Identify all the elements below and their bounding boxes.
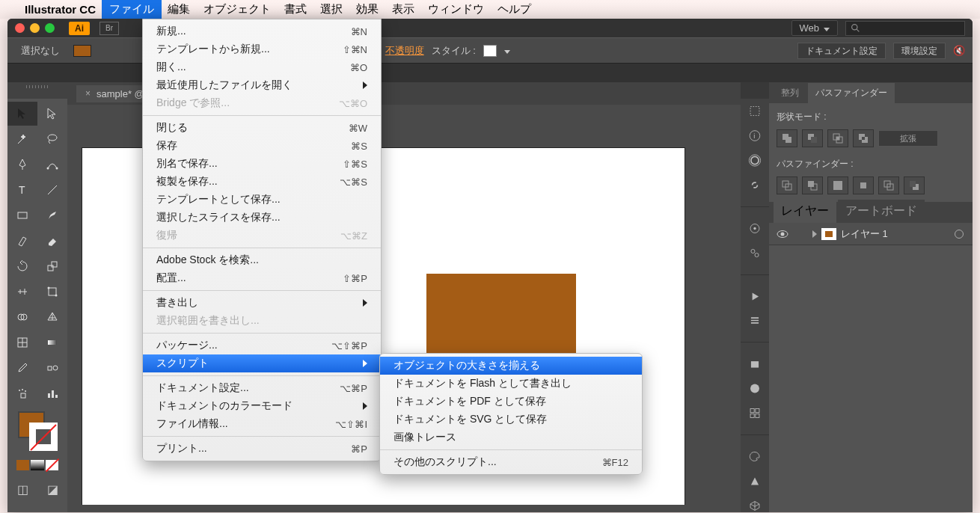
- palette-icon[interactable]: [747, 450, 762, 463]
- menu-item[interactable]: 開く...⌘O: [143, 58, 381, 76]
- menu-item[interactable]: 別名で保存...⇧⌘S: [143, 155, 381, 173]
- menu-object[interactable]: オブジェクト: [203, 2, 271, 16]
- submenu-item[interactable]: ドキュメントを PDF として保存: [380, 393, 642, 411]
- divide-button[interactable]: [777, 176, 797, 194]
- intersect-button[interactable]: [827, 129, 848, 147]
- color-mode-none[interactable]: [46, 460, 58, 470]
- submenu-item[interactable]: 画像トレース: [380, 428, 642, 446]
- close-icon[interactable]: [15, 23, 25, 33]
- prefs-button[interactable]: 環境設定: [893, 43, 946, 59]
- sphere-icon[interactable]: [747, 382, 762, 395]
- cc-libraries-icon[interactable]: [747, 154, 762, 167]
- submenu-item[interactable]: ドキュメントを Flash として書き出し: [380, 375, 642, 393]
- menu-help[interactable]: ヘルプ: [497, 2, 531, 16]
- search-input[interactable]: [845, 21, 965, 36]
- menu-item[interactable]: 複製を保存...⌥⌘S: [143, 173, 381, 191]
- menu-type[interactable]: 書式: [284, 2, 307, 16]
- line-tool[interactable]: [37, 178, 67, 202]
- properties-icon[interactable]: [747, 105, 762, 117]
- menu-item[interactable]: テンプレートとして保存...: [143, 191, 381, 209]
- menu-item[interactable]: 保存⌘S: [143, 137, 381, 155]
- cube-icon[interactable]: [747, 500, 762, 512]
- links-icon[interactable]: [747, 179, 762, 191]
- direct-selection-tool[interactable]: [37, 102, 67, 126]
- submenu-item[interactable]: ドキュメントを SVG として保存: [380, 411, 642, 428]
- draw-behind[interactable]: ◪: [37, 479, 67, 499]
- zoom-icon[interactable]: [45, 23, 55, 33]
- layer-row[interactable]: レイヤー 1: [769, 223, 973, 245]
- panel-handle-icon[interactable]: [26, 85, 49, 88]
- tab-pathfinder[interactable]: パスファインダー: [808, 83, 895, 103]
- eyedropper-tool[interactable]: [7, 356, 37, 380]
- magic-wand-tool[interactable]: [7, 127, 37, 151]
- minimize-icon[interactable]: [30, 23, 40, 33]
- column-graph-tool[interactable]: [37, 381, 67, 405]
- menu-item[interactable]: 書き出し: [143, 294, 381, 312]
- eraser-tool[interactable]: [37, 229, 67, 253]
- menu-item[interactable]: ファイル情報...⌥⇧⌘I: [143, 415, 381, 433]
- mesh-tool[interactable]: [7, 331, 37, 354]
- opacity-link[interactable]: 不透明度: [385, 44, 424, 58]
- paintbrush-tool[interactable]: [37, 203, 67, 227]
- menu-item[interactable]: テンプレートから新規...⇧⌘N: [143, 40, 381, 58]
- shaper-tool[interactable]: [7, 229, 37, 253]
- speaker-icon[interactable]: 🔇: [953, 45, 965, 56]
- color-mode-solid[interactable]: [16, 460, 29, 470]
- gradient-tool[interactable]: [37, 331, 67, 354]
- menu-window[interactable]: ウィンドウ: [428, 2, 484, 16]
- unite-button[interactable]: [777, 129, 797, 147]
- draw-normal[interactable]: ◫: [7, 479, 37, 499]
- tab-align[interactable]: 整列: [774, 83, 806, 103]
- app-name[interactable]: Illustrator CC: [25, 3, 96, 16]
- menu-item[interactable]: 選択したスライスを保存...: [143, 209, 381, 227]
- shape-icon[interactable]: [747, 475, 762, 488]
- menu-item[interactable]: スクリプト: [143, 354, 381, 372]
- color-swatches[interactable]: [7, 410, 67, 451]
- menu-item[interactable]: ドキュメント設定...⌥⌘P: [143, 379, 381, 397]
- minus-front-button[interactable]: [802, 129, 823, 147]
- rotate-tool[interactable]: [7, 254, 37, 278]
- submenu-item[interactable]: その他のスクリプト...⌘F12: [380, 453, 642, 471]
- pen-tool[interactable]: [7, 153, 37, 176]
- menu-item[interactable]: ドキュメントのカラーモード: [143, 397, 381, 415]
- free-transform-tool[interactable]: [37, 280, 67, 304]
- lasso-tool[interactable]: [37, 127, 67, 151]
- target-icon[interactable]: [955, 230, 964, 239]
- shape-builder-tool[interactable]: [7, 305, 37, 329]
- visibility-toggle[interactable]: [774, 230, 791, 239]
- menu-item[interactable]: パッケージ...⌥⇧⌘P: [143, 337, 381, 354]
- selection-tool[interactable]: [7, 102, 37, 126]
- bridge-badge[interactable]: Br: [99, 22, 119, 35]
- clip-icon[interactable]: [747, 357, 762, 370]
- menu-effect[interactable]: 効果: [356, 2, 379, 16]
- menu-file[interactable]: ファイル: [102, 0, 162, 19]
- list-icon[interactable]: [747, 314, 762, 327]
- menu-select[interactable]: 選択: [320, 2, 343, 16]
- color-mode-gradient[interactable]: [31, 460, 43, 470]
- type-tool[interactable]: T: [7, 178, 37, 202]
- scale-tool[interactable]: [37, 254, 67, 278]
- width-tool[interactable]: [7, 280, 37, 304]
- perspective-tool[interactable]: [37, 305, 67, 329]
- menu-item[interactable]: プリント...⌘P: [143, 440, 381, 458]
- blend-tool[interactable]: [37, 356, 67, 380]
- fill-swatch[interactable]: [73, 45, 91, 57]
- tab-layers[interactable]: レイヤー: [774, 200, 836, 223]
- menu-item[interactable]: 閉じる⌘W: [143, 119, 381, 137]
- info-icon[interactable]: i: [747, 129, 762, 142]
- tab-artboards[interactable]: アートボード: [838, 200, 925, 223]
- workspace-switcher[interactable]: Web: [791, 20, 839, 36]
- menu-item[interactable]: 新規...⌘N: [143, 22, 381, 40]
- gears-icon[interactable]: [747, 247, 762, 259]
- merge-button[interactable]: [827, 176, 848, 194]
- menu-item[interactable]: 配置...⇧⌘P: [143, 269, 381, 287]
- chevron-down-icon[interactable]: [504, 45, 510, 56]
- style-swatch[interactable]: [483, 45, 497, 57]
- exclude-button[interactable]: [853, 129, 874, 147]
- close-tab-icon[interactable]: ×: [85, 88, 91, 99]
- menu-view[interactable]: 表示: [392, 2, 414, 16]
- doc-setup-button[interactable]: ドキュメント設定: [797, 43, 886, 59]
- disclosure-icon[interactable]: [812, 230, 817, 238]
- grid-icon[interactable]: [747, 407, 762, 420]
- menu-item[interactable]: 最近使用したファイルを開く: [143, 76, 381, 94]
